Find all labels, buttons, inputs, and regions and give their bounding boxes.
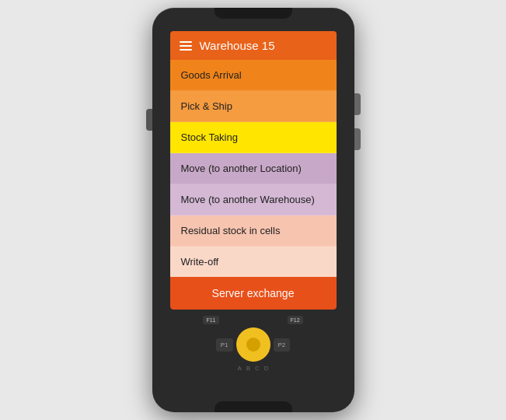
key-d[interactable]: D: [264, 365, 269, 372]
menu-item-stock-taking[interactable]: Stock Taking: [170, 122, 337, 153]
letter-row: A B C D: [237, 365, 268, 372]
fn-row: F11 F12: [203, 316, 302, 324]
right-side-button-top[interactable]: [354, 93, 361, 115]
key-c[interactable]: C: [255, 365, 260, 372]
menu-item-pick-ship[interactable]: Pick & Ship: [170, 91, 337, 122]
menu-item-move-location[interactable]: Move (to another Location): [170, 153, 337, 184]
menu-list: Goods ArrivalPick & ShipStock TakingMove…: [170, 60, 337, 277]
left-side-button[interactable]: [146, 109, 152, 131]
key-a[interactable]: A: [237, 365, 241, 372]
right-side-button-bottom[interactable]: [354, 128, 361, 150]
device-screen: Warehouse 15 Goods ArrivalPick & ShipSto…: [170, 31, 337, 310]
keypad: F11 F12 P1 P2 A B C D: [170, 316, 337, 372]
screen-title: Warehouse 15: [200, 39, 275, 52]
f12-key[interactable]: F12: [288, 316, 303, 324]
screen-header: Warehouse 15: [170, 31, 337, 60]
nav-row: P1 P2: [216, 327, 291, 362]
p2-key[interactable]: P2: [274, 338, 291, 352]
f11-key[interactable]: F11: [203, 316, 218, 324]
menu-item-residual-stock[interactable]: Residual stock in cells: [170, 215, 337, 247]
hamburger-menu[interactable]: [180, 41, 192, 51]
menu-item-goods-arrival[interactable]: Goods Arrival: [170, 60, 337, 91]
key-b[interactable]: B: [246, 365, 250, 372]
mobile-device: Warehouse 15 Goods ArrivalPick & ShipSto…: [152, 8, 354, 412]
nav-cluster[interactable]: [236, 327, 270, 362]
p1-key[interactable]: P1: [216, 338, 233, 352]
menu-item-move-warehouse[interactable]: Move (to another Warehouse): [170, 184, 337, 215]
device-top-bar: [215, 8, 292, 19]
server-exchange-button[interactable]: Server exchange: [170, 277, 337, 310]
menu-item-write-off[interactable]: Write-off: [170, 247, 337, 277]
device-bottom-bar: [215, 401, 292, 412]
nav-center[interactable]: [246, 338, 260, 352]
